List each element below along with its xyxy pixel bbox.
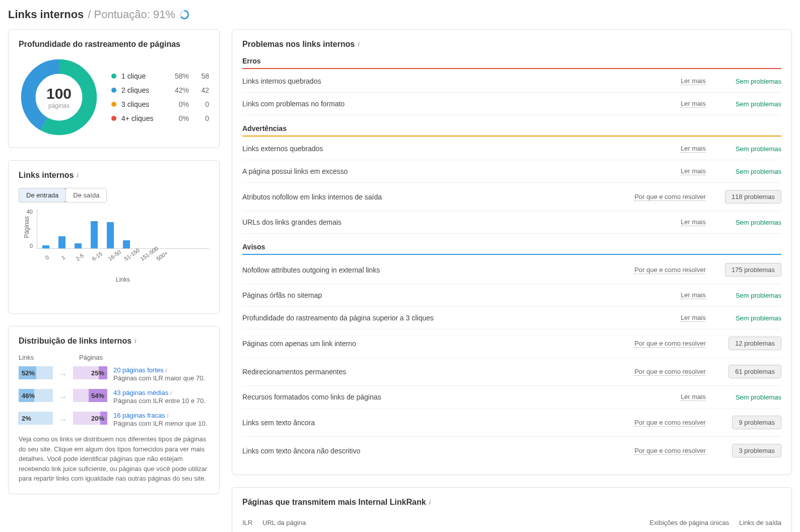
problem-label: Redirecionamentos permanentes (242, 368, 634, 376)
status-ok: Sem problemas (736, 393, 781, 401)
problem-action-link[interactable]: Por que e como resolver (634, 368, 706, 376)
info-icon[interactable]: i (165, 366, 167, 374)
donut-legend: 1 clique58%582 cliques42%423 cliques0%04… (111, 69, 209, 125)
problem-label: Links sem texto âncora (242, 419, 634, 427)
problem-action-link[interactable]: Por que e como resolver (634, 447, 706, 455)
problem-count-button[interactable]: 9 problemas (732, 416, 781, 429)
problem-action-link[interactable]: Ler mais (681, 393, 706, 401)
arrow-right-icon: → (59, 392, 67, 402)
legend-dot-icon (111, 116, 116, 121)
problem-action-link[interactable]: Por que e como resolver (634, 193, 706, 201)
distribution-card: Distribuição de links internos i Links P… (8, 326, 220, 494)
problem-row: Redirecionamentos permanentesPor que e c… (242, 358, 781, 386)
legend-row[interactable]: 2 cliques42%42 (111, 83, 209, 97)
section-divider (242, 136, 781, 137)
problem-row: Links sem texto âncoraPor que e como res… (242, 409, 781, 437)
info-icon[interactable]: i (429, 498, 431, 506)
problem-label: Páginas órfãs no sitemap (242, 291, 681, 299)
bar-x-tick: 16-50 (107, 253, 116, 262)
problem-count-button[interactable]: 12 problemas (728, 337, 781, 350)
tab-incoming[interactable]: De entrada (19, 188, 66, 203)
problem-action-link[interactable]: Por que e como resolver (634, 419, 706, 427)
bar[interactable] (123, 240, 130, 248)
problem-action-link[interactable]: Ler mais (681, 77, 706, 85)
problem-label: Links com problemas no formato (242, 100, 681, 108)
links-pct-bar: 46% (19, 389, 53, 402)
bar[interactable] (91, 221, 98, 248)
score-label: / Pontuação: 91% (88, 8, 175, 21)
legend-row[interactable]: 4+ cliques0%0 (111, 111, 209, 125)
problem-label: Links internos quebrados (242, 77, 681, 85)
problem-label: Links externos quebrados (242, 145, 681, 153)
arrow-right-icon: → (59, 415, 67, 424)
problem-section-header: Avisos (242, 243, 781, 251)
problem-action-link[interactable]: Por que e como resolver (634, 266, 706, 274)
problem-action-link[interactable]: Ler mais (681, 100, 706, 108)
legend-row[interactable]: 1 clique58%58 (111, 69, 209, 83)
problem-count-button[interactable]: 3 problemas (732, 444, 781, 457)
problem-action-link[interactable]: Ler mais (681, 167, 706, 175)
tab-outgoing[interactable]: De saída (65, 188, 106, 202)
info-icon[interactable]: i (77, 171, 79, 179)
direction-tabs: De entrada De saída (19, 188, 107, 203)
problems-card: Problemas nos links internos i ErrosLink… (232, 29, 792, 475)
problem-count-button[interactable]: 175 problemas (725, 263, 781, 277)
problem-label: URLs dos links grandes demais (242, 218, 681, 226)
problem-count-button[interactable]: 61 problemas (728, 365, 781, 378)
info-icon[interactable]: i (167, 412, 169, 419)
legend-count: 0 (189, 114, 209, 122)
problem-row: Links externos quebradosLer maisSem prob… (242, 138, 781, 160)
problem-label: Nofollow attributes outgoing in external… (242, 266, 634, 274)
distribution-link[interactable]: 43 páginas médias (113, 389, 168, 396)
problem-action-link[interactable]: Ler mais (681, 218, 706, 226)
info-icon[interactable]: i (135, 337, 137, 345)
problem-action-link[interactable]: Ler mais (681, 291, 706, 299)
dist-col-pages: Páginas (79, 354, 125, 361)
links-bar-chart (37, 209, 209, 249)
problem-row: Profundidade do rastreamento da página s… (242, 307, 781, 329)
status-ok: Sem problemas (736, 168, 781, 175)
problem-action-link[interactable]: Por que e como resolver (634, 340, 706, 348)
chart-y-axis: 40 0 (19, 209, 33, 249)
problem-row: Páginas com apenas um link internoPor qu… (242, 329, 781, 358)
legend-label: 1 clique (121, 72, 164, 80)
legend-label: 2 cliques (121, 86, 164, 94)
problem-label: Páginas com apenas um link interno (242, 340, 634, 348)
legend-label: 3 cliques (121, 100, 164, 108)
bar[interactable] (58, 236, 65, 248)
distribution-link[interactable]: 16 páginas fracas (113, 412, 165, 419)
legend-row[interactable]: 3 cliques0%0 (111, 97, 209, 111)
legend-percent: 0% (164, 100, 189, 108)
bar[interactable] (107, 222, 114, 248)
problem-label: Recursos formatados como links de página… (242, 393, 681, 401)
info-icon[interactable]: i (358, 40, 360, 48)
bar-x-tick: 1 (58, 253, 68, 262)
bar-x-labels: 012-56-1516-5051-150151-500500+ (37, 251, 209, 261)
problem-section-header: Erros (242, 57, 781, 65)
dist-col-links: Links (19, 354, 65, 361)
problem-count-button[interactable]: 118 problemas (725, 190, 781, 204)
bar[interactable] (75, 243, 82, 248)
problem-label: A página possui links em excesso (242, 167, 681, 175)
bar[interactable] (42, 245, 49, 248)
status-ok: Sem problemas (736, 145, 781, 153)
legend-label: 4+ cliques (121, 114, 164, 122)
legend-percent: 58% (164, 72, 189, 80)
distribution-link[interactable]: 20 páginas fortes (113, 366, 164, 374)
chart-x-label: Links (37, 276, 209, 283)
info-icon[interactable]: i (170, 389, 172, 396)
bar-x-tick: 500+ (155, 253, 164, 262)
legend-count: 0 (189, 100, 209, 108)
legend-dot-icon (111, 88, 116, 93)
problem-section-header: Advertências (242, 124, 781, 132)
status-ok: Sem problemas (736, 78, 781, 85)
pages-pct-bar: 20% (73, 412, 107, 425)
internal-links-card: Links internos i De entrada De saída Pág… (8, 160, 220, 314)
internal-links-title: Links internos (19, 171, 74, 180)
problem-row: URLs dos links grandes demaisLer maisSem… (242, 211, 781, 234)
ilr-table-header: ILR URL da página Exibições de página ún… (242, 515, 781, 530)
problem-action-link[interactable]: Ler mais (681, 145, 706, 153)
problem-action-link[interactable]: Ler mais (681, 314, 706, 322)
status-ok: Sem problemas (736, 314, 781, 322)
loading-donut-icon (179, 10, 189, 20)
